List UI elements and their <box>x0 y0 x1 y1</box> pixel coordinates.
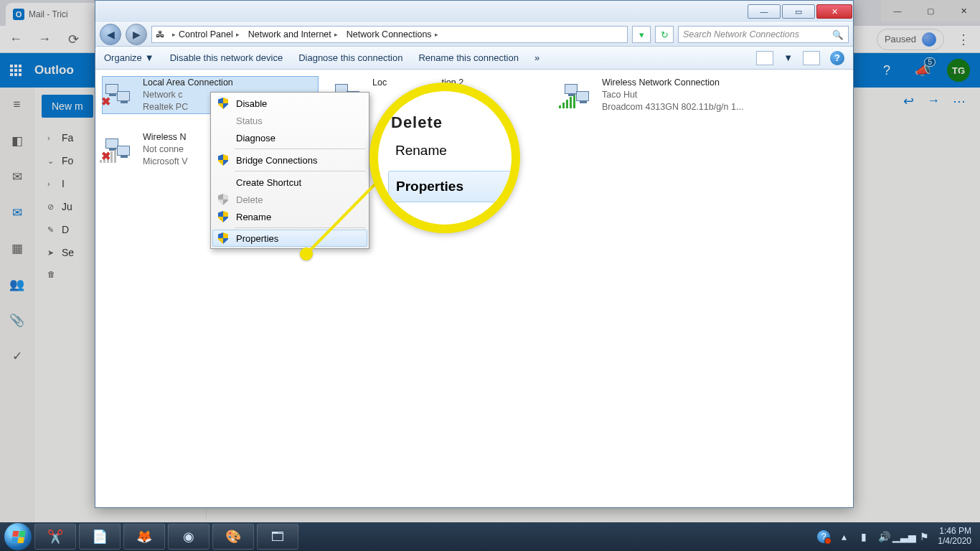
ctx-properties[interactable]: Properties <box>212 230 367 247</box>
task-control-panel[interactable]: 🗔 <box>257 524 298 550</box>
rename-button[interactable]: Rename this connection <box>418 52 518 63</box>
new-message-button[interactable]: New m <box>42 95 93 118</box>
rail-calendar-icon[interactable]: ▦ <box>6 237 29 260</box>
breadcrumb-segment[interactable]: Network Connections▸ <box>342 27 443 42</box>
ctx-diagnose[interactable]: Diagnose <box>213 129 367 146</box>
search-icon: 🔍 <box>832 29 844 40</box>
shield-icon <box>216 211 230 222</box>
browser-menu-button[interactable]: ⋮ <box>953 32 974 47</box>
ctx-separator <box>235 149 365 149</box>
forward-icon[interactable]: → <box>927 93 940 109</box>
shield-icon <box>216 194 230 205</box>
organize-menu[interactable]: Organize ▼ <box>104 52 154 63</box>
outlook-favicon-icon: O <box>13 9 24 20</box>
profile-paused-chip[interactable]: Paused <box>877 29 944 50</box>
nav-back-button[interactable]: ◀ <box>100 24 121 45</box>
callout-anchor-dot <box>300 248 313 260</box>
callout-label: Rename <box>395 143 447 159</box>
ctx-label: Rename <box>236 212 271 222</box>
notifications-icon[interactable]: 📣5 <box>911 59 934 82</box>
ctx-label: Delete <box>236 194 263 205</box>
folder-label: Fo <box>62 155 73 166</box>
connection-status: Not conne <box>143 143 188 156</box>
volume-icon[interactable]: 🔊 <box>877 530 890 543</box>
action-center-icon[interactable]: ? <box>817 530 830 543</box>
shield-icon <box>216 154 230 166</box>
ctx-label: Properties <box>236 233 278 244</box>
more-actions-icon[interactable]: ⋯ <box>953 93 966 109</box>
minimize-button[interactable]: — <box>748 4 781 19</box>
explorer-titlebar[interactable]: — ▭ ✕ <box>95 1 853 22</box>
bg-minimize-button[interactable]: — <box>881 0 914 22</box>
breadcrumb-segment[interactable]: Network and Internet▸ <box>244 27 342 42</box>
connection-title: Local Area Connection <box>143 77 233 89</box>
wireless-adapter-icon: ✖ <box>103 131 137 161</box>
maximize-button[interactable]: ▭ <box>782 4 815 19</box>
breadcrumb-segment[interactable]: ▸Control Panel▸ <box>168 27 244 42</box>
ctx-disable[interactable]: Disable <box>213 95 367 112</box>
callout-label: Properties <box>396 179 463 194</box>
rail-people-icon[interactable]: 👥 <box>6 273 29 296</box>
preview-pane-button[interactable] <box>803 51 820 65</box>
view-dropdown-icon[interactable]: ▼ <box>783 52 793 63</box>
network-tray-icon[interactable]: ▁▃▅ <box>897 530 910 543</box>
network-adapter-icon: ✖ <box>103 77 137 107</box>
connection-item-wireless[interactable]: Wireless Network Connection Taco Hut Bro… <box>562 77 777 113</box>
ctx-bridge[interactable]: Bridge Connections <box>213 151 367 169</box>
diagnose-button[interactable]: Diagnose this connection <box>298 52 402 63</box>
rail-files-icon[interactable]: 📎 <box>6 309 29 331</box>
task-paint[interactable]: 🎨 <box>212 524 254 550</box>
ctx-rename[interactable]: Rename <box>213 208 367 225</box>
ctx-create-shortcut[interactable]: Create Shortcut <box>213 174 367 191</box>
tray-show-hidden-icon[interactable]: ▴ <box>837 530 850 543</box>
flag-icon[interactable]: ⚑ <box>918 530 930 543</box>
command-bar: Organize ▼ Disable this network device D… <box>95 47 853 70</box>
help-icon[interactable]: ? <box>875 59 898 82</box>
start-button[interactable] <box>4 523 32 550</box>
nav-forward-button[interactable]: ▶ <box>126 24 147 45</box>
reading-pane-actions: ↩ → ⋯ <box>903 93 966 109</box>
rail-mail-icon[interactable]: ✉ <box>6 165 29 188</box>
rail-outlook-icon[interactable]: ◧ <box>6 129 29 152</box>
left-rail: ≡ ◧ ✉ ✉ ▦ 👥 📎 ✓ <box>0 88 34 551</box>
notification-badge: 5 <box>924 57 936 67</box>
help-button[interactable]: ? <box>830 51 844 65</box>
forward-button[interactable]: → <box>34 29 55 50</box>
task-firefox[interactable]: 🦊 <box>123 524 165 550</box>
shield-icon <box>216 232 230 244</box>
view-options-button[interactable] <box>756 51 773 65</box>
taskbar-clock[interactable]: 1:46 PM 1/4/2020 <box>938 527 971 547</box>
rail-todo-icon[interactable]: ✓ <box>6 344 29 367</box>
reply-all-icon[interactable]: ↩ <box>903 93 914 109</box>
app-launcher-icon[interactable] <box>10 65 22 76</box>
battery-icon[interactable]: ▮ <box>857 530 870 543</box>
rail-mail-active-icon[interactable]: ✉ <box>6 201 29 224</box>
ctx-separator <box>235 171 365 171</box>
bg-close-button[interactable]: ✕ <box>947 0 980 22</box>
address-bar[interactable]: 🖧 ▸Control Panel▸ Network and Internet▸ … <box>151 26 628 43</box>
task-snipping-tool[interactable]: ✂️ <box>34 524 76 550</box>
breadcrumb-label: Network Connections <box>347 29 432 39</box>
address-row: ◀ ▶ 🖧 ▸Control Panel▸ Network and Intern… <box>95 22 853 47</box>
ctx-label: Status <box>236 116 263 126</box>
more-commands-button[interactable]: » <box>534 52 540 63</box>
connection-device: Broadcom 4313GN 802.11b/g/n 1... <box>602 101 743 113</box>
connection-title: Wireless N <box>143 131 188 143</box>
reading-pane-more[interactable]: ⋯ <box>950 65 963 80</box>
disable-device-button[interactable]: Disable this network device <box>170 52 283 63</box>
task-notepad[interactable]: 📄 <box>79 524 121 550</box>
close-button[interactable]: ✕ <box>816 4 852 19</box>
history-dropdown-button[interactable]: ▾ <box>632 26 651 43</box>
windows-logo-icon <box>11 531 25 543</box>
task-chrome[interactable]: ◉ <box>168 524 209 550</box>
disconnected-x-icon: ✖ <box>101 149 110 163</box>
rail-menu-icon[interactable]: ≡ <box>6 93 29 116</box>
connection-device: Microsoft V <box>143 156 188 168</box>
bg-maximize-button[interactable]: ▢ <box>914 0 947 22</box>
paused-label: Paused <box>885 34 916 44</box>
back-button[interactable]: ← <box>6 29 26 50</box>
outlook-brand: Outloo <box>34 63 74 77</box>
search-input[interactable]: Search Network Connections 🔍 <box>678 26 849 43</box>
refresh-button[interactable]: ↻ <box>655 26 674 43</box>
reload-button[interactable]: ⟳ <box>63 29 83 50</box>
